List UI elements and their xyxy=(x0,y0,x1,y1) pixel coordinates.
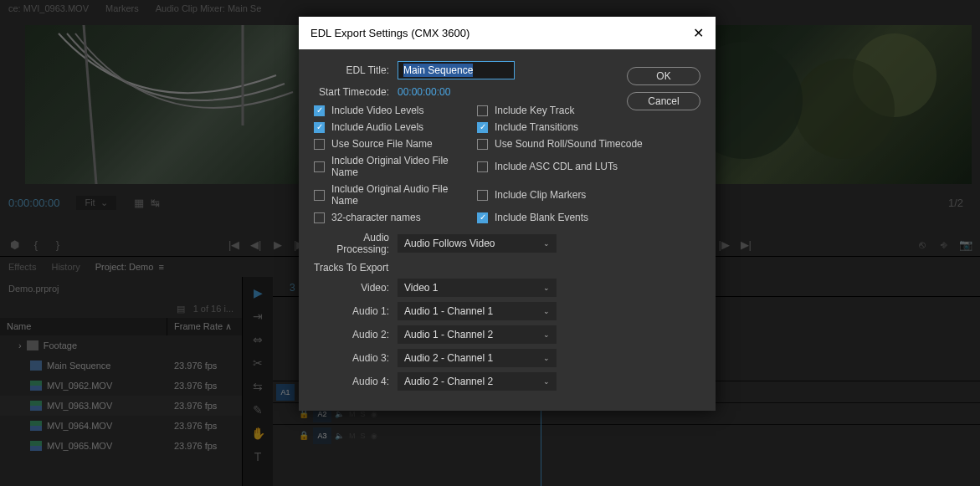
checkbox-option[interactable]: Include Blank Events xyxy=(477,212,700,223)
checkbox-option[interactable]: Include Video Levels xyxy=(314,105,477,116)
checkbox-option[interactable]: Use Source File Name xyxy=(314,138,477,150)
audio-track[interactable]: 🔒A3🔈MS◉ xyxy=(273,424,980,446)
checkbox-icon xyxy=(314,105,325,116)
out-point-icon[interactable]: } xyxy=(52,238,64,250)
solo-icon[interactable]: S xyxy=(361,410,366,418)
slip-tool-icon[interactable]: ⇆ xyxy=(250,379,265,394)
step-back-icon[interactable]: ◀| xyxy=(250,238,262,250)
item-name: Main Sequence xyxy=(47,361,110,371)
clip-icon xyxy=(30,421,42,431)
chevron-down-icon: ⌄ xyxy=(543,330,550,339)
track-dropdown[interactable]: Audio 1 - Channel 2⌄ xyxy=(398,325,557,344)
mute-icon[interactable]: 🔈 xyxy=(335,410,344,418)
ripple-tool-icon[interactable]: ⇔ xyxy=(250,332,265,347)
zoom-fit-dropdown[interactable]: Fit ⌄ xyxy=(76,196,115,210)
tab-effects[interactable]: Effects xyxy=(8,262,36,272)
checkbox-option[interactable]: Include Original Audio File Name xyxy=(314,183,477,207)
checkbox-option[interactable]: Include Transitions xyxy=(477,121,700,133)
solo-icon[interactable]: S xyxy=(361,432,366,440)
clip-icon xyxy=(30,441,42,451)
audio-processing-dropdown[interactable]: Audio Follows Video⌄ xyxy=(398,234,557,253)
edl-title-input[interactable]: Main Sequence xyxy=(398,61,515,79)
project-item[interactable]: MVI_0963.MOV23.976 fps xyxy=(0,396,242,416)
project-item[interactable]: › Footage xyxy=(0,335,242,356)
chevron-icon: › xyxy=(18,340,22,350)
project-item[interactable]: MVI_0964.MOV23.976 fps xyxy=(0,416,242,436)
column-headers[interactable]: Name Frame Rate ∧ xyxy=(0,318,242,335)
track-dropdown[interactable]: Audio 2 - Channel 2⌄ xyxy=(398,372,557,391)
in-point-icon[interactable]: { xyxy=(30,238,42,250)
close-icon[interactable]: ✕ xyxy=(693,25,704,41)
panel-tabs: ce: MVI_0963.MOV Markers Audio Clip Mixe… xyxy=(0,0,980,17)
checkbox-option[interactable]: Include Clip Markers xyxy=(477,183,700,207)
tab-history[interactable]: History xyxy=(51,262,80,272)
track-dropdown[interactable]: Video 1⌄ xyxy=(398,279,557,297)
goto-in-icon[interactable]: |◀ xyxy=(228,238,240,250)
checkbox-option[interactable]: Include Audio Levels xyxy=(314,121,477,133)
dialog-titlebar[interactable]: EDL Export Settings (CMX 3600) ✕ xyxy=(299,17,716,49)
svg-point-3 xyxy=(794,59,895,159)
checkbox-option[interactable]: Include ASC CDL and LUTs xyxy=(477,155,700,178)
voice-icon[interactable]: ◉ xyxy=(371,432,377,440)
voice-icon[interactable]: ◉ xyxy=(371,410,377,418)
item-framerate: 23.976 fps xyxy=(167,421,242,431)
checkbox-label: Include Blank Events xyxy=(495,212,588,223)
source-patch-button[interactable]: A1 xyxy=(276,384,295,401)
chevron-down-icon: ⌄ xyxy=(100,197,108,208)
mute-icon[interactable]: 🔈 xyxy=(335,432,344,440)
tab-project[interactable]: Project: Demo ≡ xyxy=(95,262,164,272)
razor-tool-icon[interactable]: ✂ xyxy=(250,356,265,371)
ok-button[interactable]: OK xyxy=(627,67,700,85)
source-timecode[interactable]: 0:00:00:00 xyxy=(8,197,59,209)
checkbox-icon xyxy=(477,161,488,172)
extract-icon[interactable]: ⎆ xyxy=(938,238,950,250)
mute-m-icon[interactable]: M xyxy=(349,410,356,418)
resolution-icon[interactable]: ▦ xyxy=(133,197,145,208)
checkbox-label: Include Original Audio File Name xyxy=(331,183,477,207)
checkbox-option[interactable]: 32-character names xyxy=(314,212,477,223)
edl-export-dialog: EDL Export Settings (CMX 3600) ✕ OK Canc… xyxy=(299,17,716,411)
start-timecode-input[interactable]: 00:00:00:00 xyxy=(398,86,450,98)
track-label: Audio 4: xyxy=(342,376,398,387)
track-dropdown[interactable]: Audio 1 - Channel 1⌄ xyxy=(398,302,557,320)
chevron-down-icon: ⌄ xyxy=(543,284,550,292)
goto-out-icon[interactable]: ▶| xyxy=(740,238,752,250)
tab-audio-mixer[interactable]: Audio Clip Mixer: Main Se xyxy=(156,3,262,13)
selection-tool-icon[interactable]: ▶ xyxy=(250,285,265,300)
track-dropdown[interactable]: Audio 2 - Channel 1⌄ xyxy=(398,349,557,367)
play-icon[interactable]: ▶ xyxy=(272,238,284,250)
bin-view-icon[interactable]: ▤ xyxy=(177,304,185,315)
program-monitor[interactable] xyxy=(677,25,972,184)
track-select-tool-icon[interactable]: ⇥ xyxy=(250,309,265,324)
checkbox-option[interactable]: Use Sound Roll/Sound Timecode xyxy=(477,138,700,150)
lock-icon[interactable]: 🔒 xyxy=(298,431,310,440)
hand-tool-icon[interactable]: ✋ xyxy=(250,426,265,441)
dialog-title: EDL Export Settings (CMX 3600) xyxy=(310,27,469,39)
type-tool-icon[interactable]: T xyxy=(250,449,265,464)
track-target-button[interactable]: A3 xyxy=(313,427,331,444)
project-item[interactable]: Main Sequence23.976 fps xyxy=(0,356,242,376)
project-filename: Demo.prproj xyxy=(8,284,59,294)
checkbox-icon xyxy=(314,212,325,223)
wrench-icon[interactable]: ↹ xyxy=(150,197,162,208)
export-frame-icon[interactable]: 📷 xyxy=(960,238,972,250)
project-item[interactable]: MVI_0962.MOV23.976 fps xyxy=(0,376,242,396)
source-monitor[interactable] xyxy=(25,25,320,184)
chevron-down-icon: ⌄ xyxy=(543,354,550,362)
pen-tool-icon[interactable]: ✎ xyxy=(250,402,265,417)
playback-resolution[interactable]: 1/2 xyxy=(948,197,963,209)
chevron-down-icon: ⌄ xyxy=(543,377,550,386)
checkbox-icon xyxy=(314,139,325,150)
tab-markers[interactable]: Markers xyxy=(105,3,139,13)
project-item[interactable]: MVI_0965.MOV23.976 fps xyxy=(0,436,242,456)
cancel-button[interactable]: Cancel xyxy=(627,92,700,110)
lift-icon[interactable]: ⎋ xyxy=(916,238,928,250)
mute-m-icon[interactable]: M xyxy=(349,432,356,440)
checkbox-option[interactable]: Include Original Video File Name xyxy=(314,155,477,178)
tool-palette: ▶ ⇥ ⇔ ✂ ⇆ ✎ ✋ T xyxy=(243,277,273,486)
project-panel: Demo.prproj ▤ 1 of 16 i... Name Frame Ra… xyxy=(0,277,243,486)
step-fwd-icon[interactable]: |▶ xyxy=(718,238,730,250)
marker-icon[interactable]: ⬢ xyxy=(8,238,20,250)
checkbox-label: Include Transitions xyxy=(495,121,578,133)
tab-source[interactable]: ce: MVI_0963.MOV xyxy=(8,3,89,13)
